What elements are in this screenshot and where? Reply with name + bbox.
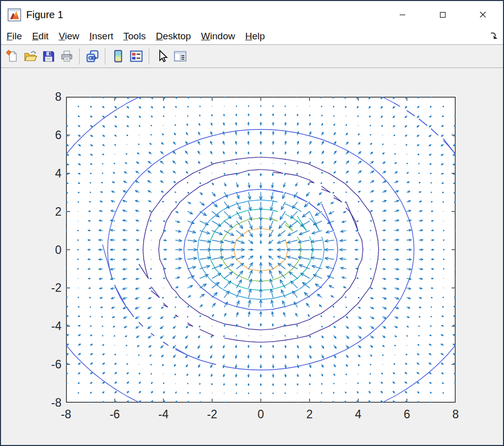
insert-legend-button[interactable] — [127, 47, 145, 66]
print-figure-button[interactable] — [57, 47, 76, 66]
toolbar-separator — [79, 48, 80, 65]
legend-swatches-icon — [130, 49, 143, 63]
printer-icon — [60, 49, 74, 63]
menu-window[interactable]: Window — [196, 30, 240, 43]
new-figure-button[interactable] — [3, 47, 21, 66]
menu-edit[interactable]: Edit — [27, 30, 54, 43]
menubar: File Edit View Insert Tools Desktop Wind… — [1, 28, 503, 44]
figure-window: Figure 1 File Edit View — [0, 0, 504, 446]
titlebar[interactable]: Figure 1 — [1, 1, 503, 28]
toolbar-separator — [149, 48, 149, 65]
y-tick-label: -6 — [31, 358, 61, 371]
y-tick-label: 0 — [31, 243, 61, 257]
x-tick-label: 0 — [246, 408, 276, 421]
open-folder-icon — [24, 49, 37, 63]
menu-help[interactable]: Help — [240, 30, 270, 43]
close-button[interactable] — [463, 1, 503, 28]
y-tick-label: 4 — [31, 167, 61, 180]
pointer-arrow-icon — [155, 49, 169, 63]
window-title: Figure 1 — [26, 9, 382, 21]
window-controls — [382, 1, 503, 28]
maximize-icon — [439, 12, 446, 18]
insert-colorbar-button[interactable] — [109, 47, 127, 66]
y-tick-label: 6 — [31, 129, 61, 142]
x-tick-label: 8 — [440, 408, 471, 421]
minimize-icon — [399, 12, 406, 18]
y-tick-label: 8 — [31, 90, 61, 103]
minimize-button[interactable] — [382, 1, 422, 28]
figure-toolbar — [1, 44, 503, 68]
x-tick-label: 4 — [343, 408, 373, 421]
menu-view[interactable]: View — [53, 30, 84, 43]
new-document-sparkle-icon — [6, 49, 19, 63]
y-tick-label: -4 — [31, 320, 61, 333]
y-tick-label: 2 — [31, 205, 61, 218]
x-tick-label: 6 — [392, 408, 422, 421]
menu-desktop[interactable]: Desktop — [151, 30, 196, 43]
menu-file[interactable]: File — [2, 30, 27, 43]
x-tick-label: -2 — [197, 408, 227, 421]
y-tick-label: -8 — [31, 396, 61, 409]
floppy-disk-icon — [42, 49, 55, 63]
x-tick-label: -8 — [51, 408, 81, 421]
close-icon — [479, 11, 486, 18]
x-tick-label: -6 — [100, 408, 130, 421]
dock-figure-icon[interactable] — [489, 31, 499, 41]
save-figure-button[interactable] — [39, 47, 57, 66]
x-tick-label: -4 — [148, 408, 178, 421]
toolbar-separator — [105, 48, 105, 65]
y-tick-label: -2 — [31, 281, 61, 294]
maximize-button[interactable] — [422, 1, 463, 28]
menu-tools[interactable]: Tools — [118, 30, 151, 43]
figure-canvas: -8-6-4-202468-8-6-4-202468 — [1, 68, 503, 445]
menu-insert[interactable]: Insert — [84, 30, 118, 43]
property-panel-icon — [173, 49, 187, 63]
property-inspector-button[interactable] — [171, 47, 189, 66]
colorbar-gradient-icon — [111, 49, 125, 63]
link-plot-button[interactable] — [83, 47, 101, 66]
open-file-button[interactable] — [21, 47, 39, 66]
plot-axes[interactable] — [66, 97, 456, 403]
quiver-contour-plot — [66, 97, 456, 403]
x-tick-label: 2 — [294, 408, 325, 421]
matlab-figure-icon — [8, 8, 21, 22]
edit-plot-button[interactable] — [153, 47, 171, 66]
chain-link-icon — [86, 49, 99, 63]
